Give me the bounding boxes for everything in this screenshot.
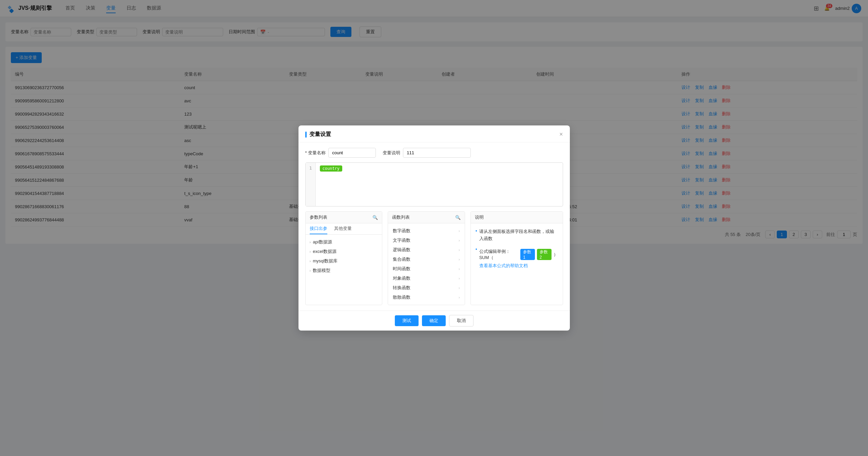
desc-item-2: • 公式编辑举例：SUM（ 参数1 参数2 ） 查看基本公式的帮助文档 bbox=[476, 246, 558, 249]
desc-panel-title: 说明 bbox=[475, 214, 484, 220]
tab-interface-output[interactable]: 接口出参 bbox=[310, 223, 327, 234]
param-panel: 参数列表 🔍 接口出参 其他变量 ›api数据源›excel数据源›mysql数… bbox=[305, 211, 383, 249]
fn-arrow: › bbox=[459, 248, 460, 249]
param-item-label: excel数据源 bbox=[313, 249, 336, 249]
function-list-item[interactable]: 数字函数› bbox=[388, 226, 465, 236]
lower-panels: 参数列表 🔍 接口出参 其他变量 ›api数据源›excel数据源›mysql数… bbox=[305, 211, 563, 249]
param-panel-body: ›api数据源›excel数据源›mysql数据库›数据模型 bbox=[306, 235, 382, 249]
variable-name-field: * 变量名称 bbox=[305, 148, 376, 158]
modal-overlay[interactable]: 变量设置 × * 变量名称 变量说明 1 bbox=[0, 0, 868, 249]
param-item-label: api数据源 bbox=[313, 239, 332, 245]
function-panel: 函数列表 🔍 数字函数›文字函数›逻辑函数›集合函数›时间函数›对象函数›转换函… bbox=[388, 211, 465, 249]
function-panel-title: 函数列表 bbox=[392, 214, 410, 220]
function-search-icon[interactable]: 🔍 bbox=[455, 215, 461, 220]
desc-formula: 公式编辑举例：SUM（ 参数1 参数2 ） 查看基本公式的帮助文档 bbox=[479, 246, 558, 249]
variable-desc-form-input[interactable] bbox=[403, 148, 471, 158]
param-panel-header: 参数列表 🔍 bbox=[306, 212, 382, 223]
dialog-title: 变量设置 bbox=[309, 131, 331, 138]
variable-name-form-input[interactable] bbox=[328, 148, 376, 158]
param-panel-title: 参数列表 bbox=[310, 214, 327, 220]
desc-panel-header: 说明 bbox=[471, 212, 563, 223]
variable-desc-form-label: 变量说明 bbox=[383, 150, 400, 156]
param-tree-item[interactable]: ›excel数据源 bbox=[306, 247, 382, 249]
function-list-item[interactable]: 逻辑函数› bbox=[388, 245, 465, 249]
line-number: 1 bbox=[309, 165, 312, 171]
desc-formula-prefix: 公式编辑举例：SUM（ bbox=[479, 249, 519, 249]
editor-content[interactable]: country bbox=[316, 163, 563, 206]
dialog-body: * 变量名称 变量说明 1 country bbox=[298, 142, 570, 249]
desc-item-1: • 请从左侧面板选择字段名和函数，或输入函数 bbox=[476, 228, 558, 242]
tree-arrow: › bbox=[310, 240, 311, 244]
function-panel-header: 函数列表 🔍 bbox=[388, 212, 465, 223]
bullet-1: • bbox=[476, 228, 477, 234]
description-panel: 说明 • 请从左侧面板选择字段名和函数，或输入函数 • 公式编辑举例：SUM（ bbox=[470, 211, 563, 249]
desc-code-row: 公式编辑举例：SUM（ 参数1 参数2 ） bbox=[479, 249, 558, 249]
dialog-title-bar: 变量设置 bbox=[305, 131, 331, 138]
param-tag-1: 参数1 bbox=[520, 249, 535, 249]
fn-item-label: 文字函数 bbox=[393, 237, 410, 243]
tab-other-variable[interactable]: 其他变量 bbox=[334, 223, 352, 234]
function-list-item[interactable]: 文字函数› bbox=[388, 236, 465, 245]
code-editor[interactable]: 1 country bbox=[305, 162, 563, 206]
form-row: * 变量名称 变量说明 bbox=[305, 148, 563, 158]
function-panel-body: 数字函数›文字函数›逻辑函数›集合函数›时间函数›对象函数›转换函数›散散函数› bbox=[388, 223, 465, 249]
fn-item-label: 数字函数 bbox=[393, 228, 410, 234]
dialog-header: 变量设置 × bbox=[298, 125, 570, 142]
editor-gutter: 1 bbox=[306, 163, 316, 206]
param-panel-tabs: 接口出参 其他变量 bbox=[306, 223, 382, 235]
desc-panel-body: • 请从左侧面板选择字段名和函数，或输入函数 • 公式编辑举例：SUM（ 参数1… bbox=[471, 223, 563, 249]
variable-name-form-label: * 变量名称 bbox=[305, 150, 326, 156]
fn-arrow: › bbox=[459, 238, 460, 242]
dialog-title-accent bbox=[305, 132, 307, 138]
variable-desc-field: 变量说明 bbox=[383, 148, 471, 158]
bullet-2: • bbox=[476, 246, 477, 249]
param-search-icon[interactable]: 🔍 bbox=[372, 215, 378, 220]
variable-settings-dialog: 变量设置 × * 变量名称 变量说明 1 bbox=[298, 125, 570, 249]
fn-item-label: 逻辑函数 bbox=[393, 247, 410, 249]
editor-tag-country: country bbox=[320, 165, 343, 172]
desc-text-1: 请从左侧面板选择字段名和函数，或输入函数 bbox=[479, 228, 558, 242]
fn-arrow: › bbox=[459, 229, 460, 233]
param-tag-2: 参数2 bbox=[537, 249, 552, 249]
param-tree-item[interactable]: ›api数据源 bbox=[306, 237, 382, 247]
dialog-close-button[interactable]: × bbox=[559, 131, 563, 138]
